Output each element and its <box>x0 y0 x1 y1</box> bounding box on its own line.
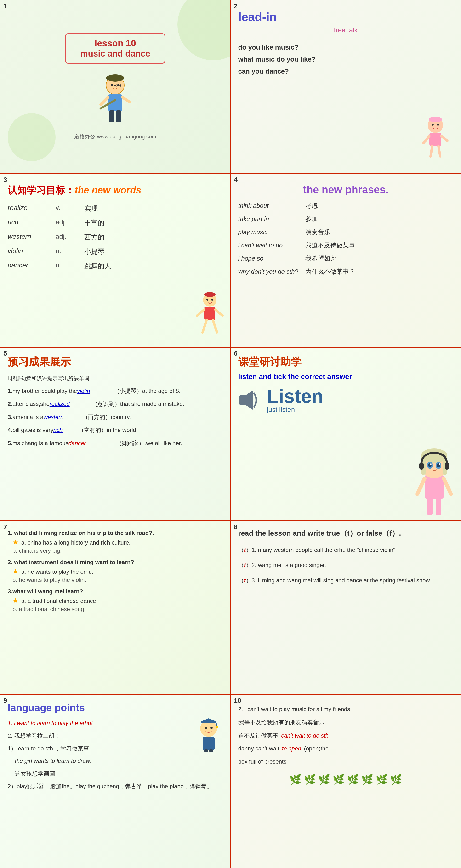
tf-item-2: （f）2. wang mei is a good singer. <box>238 561 454 570</box>
point-1-cn: 2. 我想学习拉二胡！ <box>8 731 223 741</box>
svg-point-3 <box>117 84 120 87</box>
slide-4: 4 the new phrases. think about 考虑 take p… <box>230 174 461 347</box>
listen-small-text: just listen <box>267 406 324 413</box>
answer-1a: ★ a. china has a long history and rich c… <box>12 538 223 546</box>
preview-title: 预习成果展示 <box>8 355 223 369</box>
svg-line-27 <box>197 310 204 316</box>
answer-3a: ★ a. a traditional chinese dance. <box>12 597 223 604</box>
svg-point-54 <box>216 725 218 728</box>
line3-fill: to open <box>281 745 303 752</box>
svg-rect-26 <box>204 307 215 320</box>
line3-before: danny can't wait <box>238 745 279 752</box>
website-label: 道格办公-www.daogebangong.com <box>74 133 156 140</box>
vocab-western: western adj. 西方的 <box>8 233 223 242</box>
leaf-5: 🌿 <box>347 774 359 785</box>
leaf-1: 🌿 <box>289 774 302 785</box>
svg-point-24 <box>207 299 208 301</box>
leaf-8: 🌿 <box>390 774 402 785</box>
svg-point-23 <box>204 292 216 297</box>
phrase-5: why don't you do sth? 为什么不做某事？ <box>238 268 454 276</box>
slide-number-10: 10 <box>234 697 241 705</box>
sentence-2: 2.after class,sherealized________(意识到）th… <box>8 399 223 408</box>
phrase-0: think about 考虑 <box>238 202 454 210</box>
speaker-icon <box>238 388 262 412</box>
star-icon-3: ★ <box>12 597 19 604</box>
vocab-realize: realize v. 实现 <box>8 204 223 213</box>
slide-number-4: 4 <box>234 176 238 184</box>
sub2: 2）play跟乐器一般加the。play the guzheng，弹古筝。pla… <box>8 781 223 792</box>
question-3-text: 3.what will wang mei learn? <box>8 588 223 595</box>
listen-big-text: Listen <box>267 387 324 406</box>
slide-6: 6 课堂研讨助学 listen and tick the correct ans… <box>230 347 461 521</box>
line2: 迫不及待做某事 can't wait to do sth <box>238 731 454 741</box>
question-3: can you dance? <box>238 67 454 75</box>
svg-rect-9 <box>116 111 121 122</box>
cartoon-dancer-2 <box>194 292 225 340</box>
slide-number-8: 8 <box>234 523 238 531</box>
line4: box full of presents <box>238 757 454 767</box>
vocab-rich: rich adj. 丰富的 <box>8 218 223 227</box>
listen-visual: Listen just listen <box>238 387 454 413</box>
svg-point-42 <box>430 463 432 465</box>
sentence-5: 5.ms.zhang is a famousdancer__ ________(… <box>8 439 223 448</box>
svg-point-43 <box>439 463 440 465</box>
free-talk-label: free talk <box>238 26 454 34</box>
lead-in-title: lead-in <box>238 10 454 24</box>
line1-cn: 我等不及给我所有的朋友演奏音乐。 <box>238 718 454 727</box>
slide-10: 10 2. i can't wait to play music for all… <box>230 694 461 868</box>
svg-point-1 <box>106 74 124 82</box>
svg-line-21 <box>438 146 440 156</box>
svg-rect-45 <box>445 462 449 470</box>
slide-1: 1 lesson 10 music and dance <box>0 0 230 174</box>
leaf-4: 🌿 <box>333 774 345 785</box>
svg-rect-48 <box>427 498 433 515</box>
leaf-3: 🌿 <box>318 774 330 785</box>
lang-title: language points <box>8 702 223 714</box>
tf-marker-1: t <box>244 547 246 553</box>
slide-8: 8 read the lesson and write true（t）or fa… <box>230 521 461 694</box>
svg-point-2 <box>111 84 113 87</box>
star-icon-2: ★ <box>12 568 19 575</box>
slide-9: 9 language points 1. i want to learn to … <box>0 694 230 868</box>
svg-line-28 <box>215 310 222 316</box>
class-title: 课堂研讨助学 <box>238 355 454 369</box>
svg-line-20 <box>431 146 432 156</box>
line3-after: (open)the <box>304 745 329 752</box>
sentence-1: 1.my brother could play theviolin ______… <box>8 386 223 396</box>
cartoon-boy <box>96 73 134 126</box>
decorative-leaves: 🌿 🌿 🌿 🌿 🌿 🌿 🌿 🌿 <box>238 774 454 785</box>
sentence-4: 4.bill gates is veryrich______(富有的）in th… <box>8 426 223 435</box>
svg-line-10 <box>101 97 108 104</box>
svg-point-15 <box>432 124 434 126</box>
grad-cap-cartoon <box>194 714 223 752</box>
svg-rect-31 <box>240 395 245 405</box>
title-line1: lesson 10 <box>80 38 150 49</box>
slide-number-5: 5 <box>3 350 7 357</box>
svg-line-30 <box>213 320 217 332</box>
slide-5: 5 预习成果展示 i.根据句意和汉语提示写出所缺单词 1.my brother … <box>0 347 230 521</box>
tf-marker-2: f <box>244 562 246 568</box>
slide-number-1: 1 <box>3 2 7 10</box>
question-2: what music do you like? <box>238 56 454 63</box>
svg-rect-17 <box>429 133 441 146</box>
slide-3: 3 认知学习目标：the new words realize v. 实现 ric… <box>0 174 230 347</box>
svg-point-14 <box>429 117 442 122</box>
svg-rect-58 <box>203 737 215 750</box>
question-1: do you like music? <box>238 43 454 51</box>
line2-fill: can't wait to do sth <box>280 732 330 739</box>
svg-line-19 <box>441 136 447 141</box>
slide-number-6: 6 <box>234 350 238 357</box>
answer-2a: ★ a. he wants to play the erhu. <box>12 567 223 576</box>
svg-rect-44 <box>419 462 424 470</box>
preview-subtitle: i.根据句意和汉语提示写出所缺单词 <box>8 375 223 382</box>
qa-block-1: 1. what did li ming realize on his trip … <box>8 530 223 554</box>
phrase-2: play music 演奏音乐 <box>238 228 454 236</box>
answer-3b: b. a traditional chinese song. <box>12 606 223 613</box>
sub1: 1）learn to do sth.，学习做某事。 <box>8 744 223 753</box>
line2-before: 迫不及待做某事 <box>238 732 278 739</box>
svg-point-55 <box>205 727 207 729</box>
sentence-3: 3.america is awestern_______(西方的）country… <box>8 412 223 422</box>
svg-line-47 <box>444 478 451 494</box>
tf-item-3: （t）3. li ming and wang mei will sing and… <box>238 576 454 585</box>
svg-rect-49 <box>436 498 441 515</box>
